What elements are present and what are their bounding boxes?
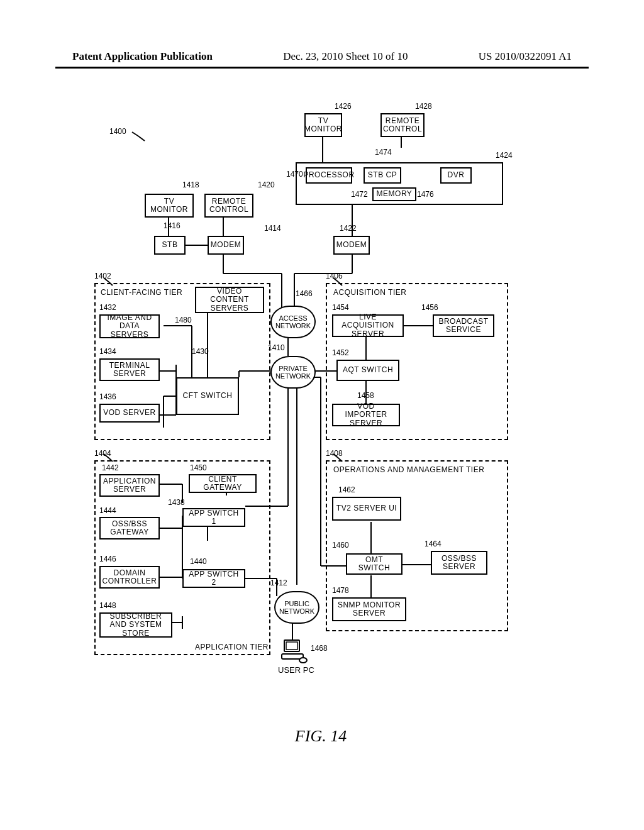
ref-1410: 1410 (268, 343, 285, 352)
video-content-servers-box: VIDEO CONTENT SERVERS (195, 287, 264, 313)
ref-1456: 1456 (421, 303, 438, 312)
application-server-label: APPLICATION SERVER (103, 477, 156, 494)
ref-1436: 1436 (99, 392, 116, 401)
image-and-data-servers-label: IMAGE AND DATA SERVERS (103, 314, 156, 339)
ref-1444: 1444 (99, 506, 116, 515)
ref-1446: 1446 (99, 555, 116, 563)
vod-server-label: VOD SERVER (103, 409, 155, 417)
domain-controller-label: DOMAIN CONTROLLER (103, 569, 157, 585)
oss-bss-gateway-box: OSS/BSS GATEWAY (99, 517, 160, 540)
dvr-label: DVR (448, 171, 465, 179)
page-header: Patent Application Publication Dec. 23, … (0, 50, 644, 63)
tv2-server-ui-label: TV2 SERVER UI (336, 504, 397, 512)
ref-1480: 1480 (175, 316, 192, 324)
ref-1472: 1472 (351, 190, 368, 199)
header-rule (55, 67, 589, 69)
operations-management-tier-label: OPERATIONS AND MANAGEMENT TIER (333, 465, 484, 474)
memory-box: MEMORY (372, 187, 416, 201)
modem-1-label: MODEM (211, 241, 242, 249)
live-acquisition-server-label: LIVE ACQUISITION SERVER (336, 313, 400, 338)
modem-2-box: MODEM (333, 236, 370, 255)
modem-2-label: MODEM (336, 241, 367, 249)
tv2-server-ui-box: TV2 SERVER UI (332, 497, 401, 521)
ref-1426: 1426 (335, 102, 352, 111)
client-gateway-box: CLIENT GATEWAY (189, 474, 257, 493)
live-acquisition-server-box: LIVE ACQUISITION SERVER (332, 314, 404, 337)
cft-switch-label: CFT SWITCH (183, 392, 233, 400)
private-network-label: PRIVATE NETWORK (274, 365, 312, 380)
ref-1418: 1418 (182, 180, 199, 189)
aqt-switch-label: AQT SWITCH (343, 366, 393, 374)
application-server-box: APPLICATION SERVER (99, 474, 160, 497)
broadcast-service-box: BROADCAST SERVICE (433, 314, 494, 337)
processor-box: PROCESSOR (306, 167, 352, 184)
user-pc-icon (280, 639, 308, 667)
public-network-label: PUBLIC NETWORK (278, 600, 316, 615)
ref-1422: 1422 (340, 224, 357, 233)
ref-1450: 1450 (190, 463, 207, 472)
ref-1424: 1424 (496, 151, 513, 160)
remote-control-1-label: REMOTE CONTROL (208, 197, 250, 214)
cft-switch-box: CFT SWITCH (176, 377, 239, 415)
ref-1442: 1442 (102, 463, 119, 472)
remote-control-2-label: REMOTE CONTROL (383, 117, 422, 133)
dvr-box: DVR (440, 167, 472, 184)
terminal-server-box: TERMINAL SERVER (99, 358, 160, 381)
header-left: Patent Application Publication (72, 50, 213, 63)
app-switch-1-label: APP SWITCH 1 (186, 509, 242, 526)
broadcast-service-label: BROADCAST SERVICE (436, 318, 491, 334)
ref-1448: 1448 (99, 601, 116, 610)
tv-monitor-1-box: TV MONITOR (145, 194, 194, 218)
public-network-cloud: PUBLIC NETWORK (274, 591, 319, 624)
vod-importer-server-label: VOD IMPORTER SERVER (336, 402, 396, 428)
app-switch-1-box: APP SWITCH 1 (182, 508, 245, 527)
ref-1452: 1452 (332, 348, 349, 357)
client-facing-tier-label: CLIENT-FACING TIER (101, 288, 182, 297)
app-switch-2-label: APP SWITCH 2 (186, 570, 242, 587)
omt-switch-box: OMT SWITCH (346, 553, 402, 575)
app-switch-2-box: APP SWITCH 2 (182, 569, 245, 588)
aqt-switch-box: AQT SWITCH (336, 360, 399, 381)
header-middle: Dec. 23, 2010 Sheet 10 of 10 (283, 50, 408, 63)
ref-1432: 1432 (99, 303, 116, 312)
ref-1408: 1408 (326, 449, 343, 458)
ref-1476: 1476 (417, 190, 434, 199)
tv-monitor-2-label: TV MONITOR (304, 117, 342, 133)
ref-1470: 1470 (286, 170, 303, 179)
ref-1400: 1400 (109, 127, 126, 136)
snmp-monitor-server-box: SNMP MONITOR SERVER (332, 597, 406, 621)
ref-1434: 1434 (99, 347, 116, 356)
ref-1474: 1474 (375, 148, 392, 157)
user-pc-label: USER PC (278, 665, 314, 675)
vod-importer-server-box: VOD IMPORTER SERVER (332, 404, 400, 426)
ref-1466: 1466 (296, 289, 313, 298)
remote-control-2-box: REMOTE CONTROL (380, 113, 425, 137)
ref-1402: 1402 (94, 272, 111, 280)
figure-diagram: TV MONITOR 1418 REMOTE CONTROL 1420 STB … (82, 101, 560, 742)
image-and-data-servers-box: IMAGE AND DATA SERVERS (99, 314, 160, 338)
snmp-monitor-server-label: SNMP MONITOR SERVER (336, 601, 402, 617)
ref-1478: 1478 (332, 586, 349, 595)
oss-bss-server-label: OSS/BSS SERVER (435, 555, 484, 571)
access-network-cloud: ACCESS NETWORK (270, 306, 316, 338)
oss-bss-server-box: OSS/BSS SERVER (431, 551, 487, 575)
ref-1406: 1406 (326, 272, 343, 280)
oss-bss-gateway-label: OSS/BSS GATEWAY (103, 520, 156, 536)
ref-1462: 1462 (338, 485, 355, 494)
client-gateway-label: CLIENT GATEWAY (192, 475, 253, 492)
omt-switch-label: OMT SWITCH (350, 556, 399, 572)
domain-controller-box: DOMAIN CONTROLLER (99, 566, 160, 589)
application-tier-label: APPLICATION TIER (195, 643, 269, 651)
ref-1440: 1440 (190, 557, 207, 566)
ref-1430: 1430 (192, 347, 209, 356)
svg-point-56 (299, 658, 307, 663)
tv-monitor-2-box: TV MONITOR (304, 113, 342, 137)
figure-caption: FIG. 14 (295, 727, 347, 746)
ref-1428: 1428 (415, 102, 432, 111)
subscriber-and-system-store-label: SUBSCRIBER AND SYSTEM STORE (103, 612, 169, 638)
ref-1420: 1420 (258, 180, 275, 189)
ref-1416: 1416 (164, 221, 180, 230)
stb-box: STB (154, 236, 186, 255)
stb-cp-label: STB CP (368, 171, 397, 179)
svg-rect-54 (286, 642, 297, 650)
